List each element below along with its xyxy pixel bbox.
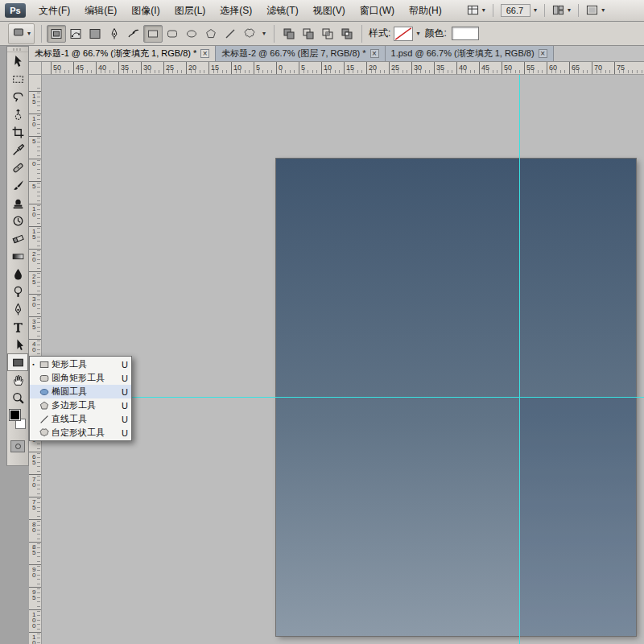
- flyout-item-polygon[interactable]: 多边形工具U: [30, 398, 131, 412]
- menu-window[interactable]: 窗口(W): [353, 0, 402, 21]
- flyout-item-ellipse[interactable]: 椭圆工具U: [30, 385, 131, 398]
- tab-label: 未标题-2 @ 66.7% (图层 7, RGB/8) *: [221, 47, 365, 60]
- clone-stamp-tool[interactable]: [7, 194, 28, 212]
- ruler-number: 0: [279, 64, 283, 72]
- custom-shape-button[interactable]: [240, 25, 259, 43]
- ellipse-icon: [37, 386, 52, 398]
- freeform-pen-button[interactable]: [124, 25, 143, 43]
- current-tool-marker: ▪: [30, 361, 37, 367]
- vertical-guide[interactable]: [519, 75, 520, 644]
- shape-color-swatch[interactable]: [452, 27, 479, 40]
- document-tab[interactable]: 未标题-1 @ 66.7% (渐变填充 1, RGB/8) *×: [29, 46, 216, 61]
- ruler-tick: [118, 62, 119, 74]
- ruler-number: 40: [459, 64, 467, 72]
- zoom-tool[interactable]: [7, 389, 28, 407]
- screen-mode-icon: [586, 4, 598, 18]
- move-tool[interactable]: [7, 52, 28, 70]
- add-to-shape-button[interactable]: [279, 25, 299, 43]
- ruler-tick: [96, 62, 97, 74]
- lasso-tool[interactable]: [7, 88, 28, 105]
- document-tab[interactable]: 未标题-2 @ 66.7% (图层 7, RGB/8) *×: [216, 46, 385, 61]
- horizontal-guide[interactable]: [42, 397, 644, 398]
- menu-edit[interactable]: 编辑(E): [77, 0, 124, 21]
- arrange-documents-button[interactable]: ▾: [547, 2, 576, 19]
- exclude-shape-button[interactable]: [337, 25, 357, 43]
- polygon-icon: [37, 400, 52, 411]
- rectangle-tool[interactable]: [7, 353, 28, 371]
- flyout-item-rounded-rectangle[interactable]: 圆角矩形工具U: [30, 371, 131, 385]
- document-tab[interactable]: 1.psd @ 66.7% (渐变填充 1, RGB/8)×: [386, 46, 554, 61]
- tab-close-icon[interactable]: ×: [370, 49, 379, 58]
- flyout-item-line[interactable]: 直线工具U: [30, 412, 131, 426]
- flyout-item-rectangle[interactable]: ▪矩形工具U: [30, 357, 131, 371]
- ruler-tick: [614, 62, 615, 74]
- horizontal-ruler[interactable]: 5045403530252015105051015202530354045505…: [42, 62, 644, 75]
- tab-close-icon[interactable]: ×: [200, 49, 209, 58]
- line-button[interactable]: [221, 25, 240, 43]
- type-tool[interactable]: [7, 318, 28, 336]
- ruler-number: 80: [32, 522, 35, 533]
- pen-button[interactable]: [105, 25, 124, 43]
- ruler-number: 25: [32, 274, 35, 285]
- zoom-level-dropdown[interactable]: 66.7 ▾: [496, 2, 542, 19]
- rectangle-button[interactable]: [143, 25, 163, 43]
- zoom-level-value[interactable]: 66.7: [501, 4, 530, 17]
- paths-button[interactable]: [66, 25, 85, 43]
- chevron-down-icon: ▾: [262, 31, 266, 37]
- menu-filter[interactable]: 滤镜(T): [259, 0, 305, 21]
- panel-grip[interactable]: [7, 47, 28, 52]
- ruler-tick: [569, 62, 570, 74]
- eraser-tool[interactable]: [7, 229, 28, 247]
- shape-layers-button[interactable]: [47, 25, 66, 43]
- fill-pixels-button[interactable]: [85, 25, 105, 43]
- tab-close-icon[interactable]: ×: [539, 49, 547, 58]
- current-tool-icon: [12, 26, 25, 42]
- ruler-number: 30: [414, 64, 422, 72]
- canvas-area[interactable]: [42, 75, 644, 644]
- hand-tool[interactable]: [7, 371, 28, 389]
- menu-select[interactable]: 选择(S): [213, 0, 259, 21]
- flyout-item-custom-shape[interactable]: 自定形状工具U: [30, 426, 131, 440]
- ruler-number: 105: [32, 634, 35, 644]
- path-selection-tool[interactable]: [7, 336, 28, 353]
- dodge-tool[interactable]: [7, 283, 28, 300]
- crop-tool[interactable]: [7, 123, 28, 141]
- ellipse-button[interactable]: [182, 25, 201, 43]
- menu-file[interactable]: 文件(F): [31, 0, 77, 21]
- quick-mask-button[interactable]: [10, 440, 25, 452]
- flyout-item-shortcut: U: [118, 415, 128, 424]
- blur-tool[interactable]: [7, 265, 28, 283]
- polygon-button[interactable]: [201, 25, 221, 43]
- tool-preset-dropdown[interactable]: ▾: [8, 23, 35, 44]
- screen-mode-button[interactable]: ▾: [581, 2, 609, 19]
- ruler-tick: [29, 474, 41, 475]
- eyedropper-tool[interactable]: [7, 141, 28, 159]
- healing-brush-tool[interactable]: [7, 159, 28, 176]
- gradient-tool[interactable]: [7, 247, 28, 265]
- style-picker[interactable]: [394, 27, 413, 41]
- intersect-shape-button[interactable]: [318, 25, 337, 43]
- rounded-rectangle-button[interactable]: [163, 25, 182, 43]
- tab-label: 1.psd @ 66.7% (渐变填充 1, RGB/8): [391, 47, 535, 60]
- brush-tool[interactable]: [7, 176, 28, 194]
- quick-selection-tool[interactable]: [7, 105, 28, 123]
- view-extras-button[interactable]: ▾: [462, 2, 490, 19]
- menu-view[interactable]: 视图(V): [306, 0, 353, 21]
- history-brush-tool[interactable]: [7, 212, 28, 229]
- flyout-item-shortcut: U: [118, 401, 128, 411]
- ruler-tick: [502, 62, 502, 74]
- ruler-number: 55: [526, 64, 535, 72]
- menu-layer[interactable]: 图层(L): [167, 0, 213, 21]
- menu-help[interactable]: 帮助(H): [402, 0, 449, 21]
- ruler-number: 20: [32, 251, 35, 262]
- subtract-from-shape-button[interactable]: [299, 25, 318, 43]
- ruler-number: 20: [369, 64, 377, 72]
- foreground-color-swatch[interactable]: [10, 410, 20, 420]
- ruler-tick: [29, 114, 41, 114]
- ruler-tick: [29, 609, 41, 610]
- ruler-tick: [73, 62, 74, 74]
- menu-image[interactable]: 图像(I): [124, 0, 167, 21]
- rectangular-marquee-tool[interactable]: [7, 70, 28, 88]
- pen-tool[interactable]: [7, 300, 28, 318]
- ruler-tick: [592, 62, 592, 74]
